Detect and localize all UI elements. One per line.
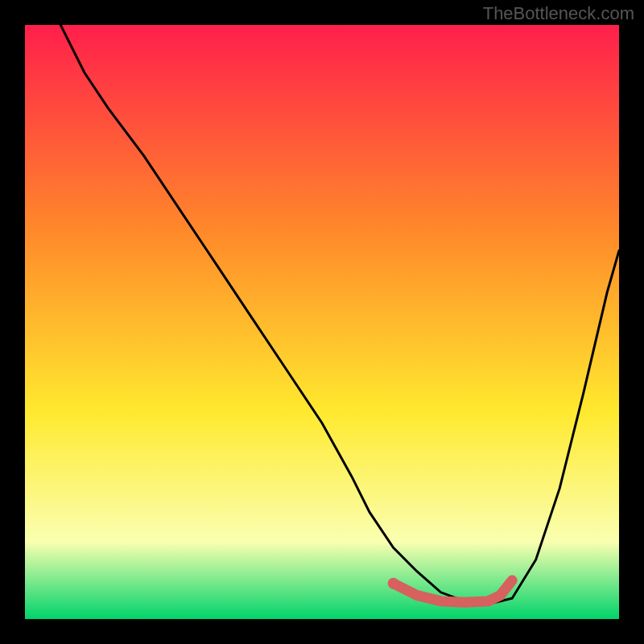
chart-frame (25, 25, 619, 619)
attribution-text: TheBottleneck.com (483, 3, 634, 24)
optimal-zone-start-dot (388, 578, 399, 589)
bottleneck-chart (25, 25, 619, 619)
